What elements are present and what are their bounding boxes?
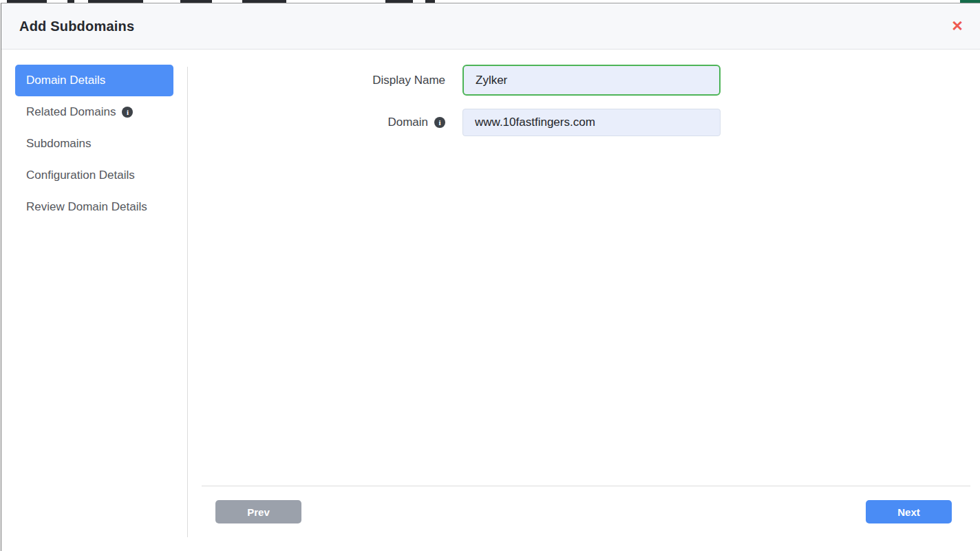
footer-buttons: Prev Next [188, 486, 980, 551]
modal-title: Add Subdomains [19, 19, 134, 34]
modal-body: Domain Details Related Domains i Subdoma… [1, 50, 980, 551]
display-name-input[interactable] [462, 65, 721, 96]
domain-label: Domain [387, 116, 428, 129]
sidebar-item-label: Domain Details [26, 74, 105, 87]
wizard-footer: Prev Next [188, 486, 980, 551]
sidebar-item-subdomains[interactable]: Subdomains [15, 128, 173, 160]
domain-details-form: Display Name Domain i [188, 50, 980, 136]
wizard-step-sidebar: Domain Details Related Domains i Subdoma… [1, 50, 187, 551]
add-subdomains-modal: Add Subdomains ✕ Domain Details Related … [1, 3, 980, 551]
close-icon: ✕ [951, 18, 963, 34]
next-button[interactable]: Next [866, 500, 952, 523]
close-button[interactable]: ✕ [946, 14, 969, 38]
domain-label-box: Domain i [188, 116, 445, 129]
sidebar-item-label: Subdomains [26, 137, 92, 151]
prev-button[interactable]: Prev [215, 500, 301, 523]
step-content: Display Name Domain i Prev Next [188, 50, 980, 551]
sidebar-item-label: Related Domains [26, 105, 116, 119]
domain-row: Domain i [188, 109, 980, 136]
sidebar-item-related-domains[interactable]: Related Domains i [15, 96, 173, 128]
domain-input[interactable] [462, 109, 721, 136]
sidebar-item-label: Configuration Details [26, 169, 135, 182]
info-icon: i [434, 117, 445, 128]
display-name-label-box: Display Name [188, 74, 445, 87]
sidebar-item-review-domain-details[interactable]: Review Domain Details [15, 191, 173, 223]
sidebar-item-domain-details[interactable]: Domain Details [15, 65, 173, 96]
sidebar-item-configuration-details[interactable]: Configuration Details [15, 160, 173, 191]
modal-header: Add Subdomains ✕ [1, 3, 980, 50]
sidebar-item-label: Review Domain Details [26, 200, 147, 214]
info-icon: i [122, 107, 133, 118]
display-name-row: Display Name [188, 65, 980, 96]
display-name-label: Display Name [372, 74, 445, 87]
